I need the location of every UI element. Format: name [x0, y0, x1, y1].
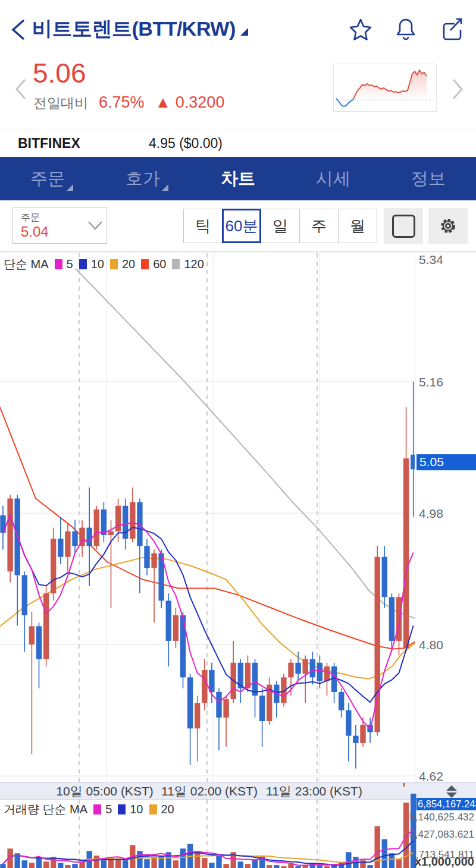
legend-period: 60: [153, 257, 166, 271]
legend-color-chip: [110, 259, 118, 269]
up-arrow-icon: ▲: [155, 93, 171, 111]
interval-tick-button[interactable]: 틱: [183, 209, 223, 243]
legend-color-chip: [149, 804, 157, 814]
rectangle-icon: [392, 215, 415, 238]
svg-text:3,427,083.621: 3,427,083.621: [409, 829, 474, 840]
legend-period: 10: [130, 803, 143, 816]
favorite-star-icon[interactable]: [349, 18, 372, 42]
symbol-title-text: 비트토렌트(BTT/KRW): [32, 17, 236, 40]
back-icon[interactable]: [10, 18, 27, 42]
trading-app: 비트토렌트(BTT/KRW) 5.06 전일대비 6.75% ▲ 0.3200 …: [0, 0, 476, 868]
legend-period: 20: [122, 257, 135, 271]
svg-text:6,854,167.243: 6,854,167.243: [418, 798, 476, 809]
legend-color-chip: [93, 804, 101, 814]
legend-period: 5: [67, 257, 73, 271]
prev-symbol-icon[interactable]: [13, 76, 29, 102]
title-dropdown-icon: [240, 28, 248, 36]
sparkline: [334, 64, 436, 111]
current-price: 5.06: [33, 57, 86, 89]
legend-color-chip: [79, 259, 87, 269]
tab-order[interactable]: 주문: [0, 157, 95, 200]
volume-ma-legend: 거래량 단순 MA51020: [4, 801, 174, 817]
change-amount: ▲ 0.3200: [155, 93, 225, 112]
legend-period: 120: [184, 257, 203, 271]
svg-text:5.05: 5.05: [419, 455, 444, 468]
interval-day-button[interactable]: 일: [261, 209, 300, 243]
tab-dropdown-icon: [67, 184, 73, 191]
tab-quotes[interactable]: 시세: [286, 157, 381, 200]
legend-label: 단순 MA: [4, 256, 49, 272]
tab-orderbook[interactable]: 호가: [95, 157, 190, 200]
legend-period: 10: [91, 257, 104, 271]
legend-period: 20: [161, 803, 174, 816]
svg-text:4.80: 4.80: [419, 638, 443, 652]
tab-chart[interactable]: 차트: [190, 157, 286, 200]
share-icon[interactable]: [440, 17, 465, 43]
interval-week-button[interactable]: 주: [299, 209, 339, 243]
alarm-bell-icon[interactable]: [394, 17, 418, 43]
tab-dropdown-icon: [162, 184, 168, 191]
dropdown-label: 주문: [21, 212, 40, 224]
candlestick-chart[interactable]: 5.345.164.984.804.6210일 05:00 (KST)11일 0…: [0, 253, 476, 868]
page-title[interactable]: 비트토렌트(BTT/KRW): [32, 15, 248, 43]
change-percent: 6.75%: [99, 93, 145, 112]
svg-text:11일 23:00 (KST): 11일 23:00 (KST): [266, 784, 362, 798]
chart-style-button[interactable]: [384, 208, 423, 244]
change-row: 전일대비 6.75% ▲ 0.3200: [33, 93, 224, 112]
legend-color-chip: [141, 259, 149, 269]
ma-legend: 단순 MA5102060120: [4, 256, 204, 272]
interval-month-button[interactable]: 월: [338, 209, 377, 243]
legend-label: 거래량 단순 MA: [4, 801, 87, 817]
svg-text:5,140,625.432: 5,140,625.432: [409, 812, 474, 823]
change-label: 전일대비: [33, 94, 88, 112]
legend-period: 5: [105, 803, 112, 816]
svg-text:5.34: 5.34: [419, 253, 443, 266]
chevron-down-icon: [86, 219, 104, 232]
main-tab-bar: 주문 호가 차트 시세 정보: [0, 157, 476, 200]
svg-text:4.98: 4.98: [419, 507, 443, 520]
svg-text:4.62: 4.62: [419, 769, 443, 783]
settings-button[interactable]: [428, 208, 468, 244]
legend-color-chip: [172, 259, 180, 269]
mini-sparkline-chart[interactable]: [333, 64, 437, 112]
svg-text:10일 05:00 (KST): 10일 05:00 (KST): [56, 784, 153, 798]
svg-text:11일 02:00 (KST): 11일 02:00 (KST): [161, 784, 258, 798]
exchange-name: BITFINEX: [18, 136, 149, 152]
legend-color-chip: [55, 259, 62, 269]
gear-icon: [436, 213, 461, 238]
interval-60min-button[interactable]: 60분: [222, 209, 261, 243]
next-symbol-icon[interactable]: [450, 76, 465, 102]
reference-exchange-bar: BITFINEX 4.95 ($0.00): [0, 130, 476, 158]
dropdown-value: 5.04: [21, 224, 49, 240]
order-price-dropdown[interactable]: 주문 5.04: [12, 207, 107, 244]
exchange-price: 4.95 ($0.00): [149, 136, 223, 152]
svg-text:5.16: 5.16: [419, 375, 443, 389]
svg-text:x1,000,000: x1,000,000: [415, 855, 474, 868]
legend-color-chip: [118, 804, 126, 814]
tab-info[interactable]: 정보: [381, 157, 476, 200]
